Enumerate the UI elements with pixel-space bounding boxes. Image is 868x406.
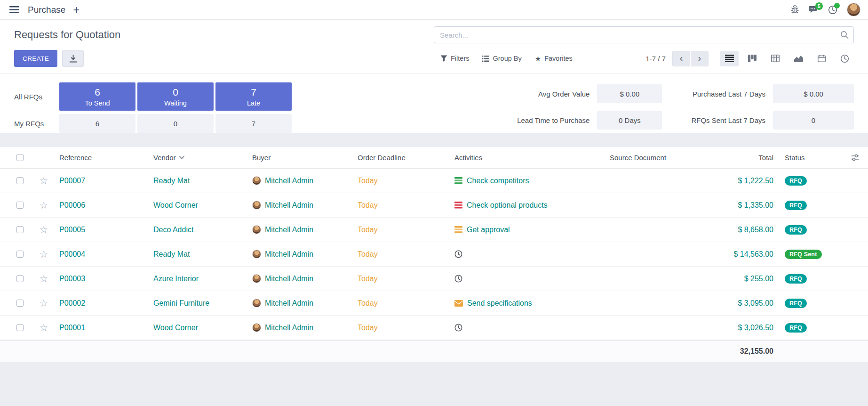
activity-envelope-icon[interactable] (454, 300, 463, 307)
activity-label[interactable]: Check optional products (467, 201, 548, 210)
favorite-star-icon[interactable]: ☆ (40, 176, 48, 186)
column-header-total[interactable]: Total (725, 154, 776, 162)
column-header-order-deadline[interactable]: Order Deadline (355, 154, 452, 162)
activity-tasks-icon[interactable] (454, 226, 462, 233)
status-badge: RFQ (785, 299, 807, 308)
apps-menu-icon[interactable] (8, 4, 21, 15)
buyer-link[interactable]: Mitchell Admin (265, 177, 313, 185)
vendor-link[interactable]: Deco Addict (153, 226, 193, 234)
pager-next-button[interactable]: › (691, 51, 709, 66)
table-row[interactable]: ☆ P00004 Ready Mat Mitchell Admin Today … (0, 242, 868, 267)
table-row[interactable]: ☆ P00006 Wood Corner Mitchell Admin Toda… (0, 193, 868, 218)
create-button[interactable]: CREATE (14, 50, 57, 67)
buyer-link[interactable]: Mitchell Admin (265, 299, 313, 308)
total-amount: $ 1,335.00 (738, 201, 773, 210)
total-amount: $ 8,658.00 (738, 226, 773, 234)
reference-link[interactable]: P00007 (59, 177, 85, 185)
table-row[interactable]: ☆ P00001 Wood Corner Mitchell Admin Toda… (0, 316, 868, 340)
table-row[interactable]: ☆ P00005 Deco Addict Mitchell Admin Toda… (0, 218, 868, 242)
buyer-link[interactable]: Mitchell Admin (265, 324, 313, 332)
vendor-link[interactable]: Ready Mat (153, 250, 190, 259)
tile-to-send[interactable]: 6 To Send (59, 82, 135, 111)
tile-late[interactable]: 7 Late (215, 82, 292, 111)
favorite-star-icon[interactable]: ☆ (40, 225, 48, 235)
my-waiting-count[interactable]: 0 (137, 114, 214, 133)
buyer-link[interactable]: Mitchell Admin (265, 201, 313, 210)
rfqs-sent-last-7-days: 0 (773, 111, 854, 130)
activity-label[interactable]: Check competitors (467, 177, 529, 185)
status-badge: RFQ (785, 176, 807, 186)
app-name[interactable]: Purchase (28, 5, 65, 15)
column-header-activities[interactable]: Activities (452, 154, 607, 162)
kanban-view-button[interactable] (743, 51, 762, 66)
vendor-link[interactable]: Wood Corner (153, 201, 198, 210)
favorites-button[interactable]: ★ Favorites (535, 55, 573, 62)
favorite-star-icon[interactable]: ☆ (40, 323, 48, 333)
messages-icon[interactable]: 5 (809, 6, 819, 14)
row-checkbox[interactable] (16, 177, 24, 184)
list-view-button[interactable] (720, 51, 739, 66)
reference-link[interactable]: P00005 (59, 226, 85, 234)
activity-tasks-icon[interactable] (454, 202, 462, 209)
buyer-link[interactable]: Mitchell Admin (265, 275, 313, 283)
my-to-send-count[interactable]: 6 (59, 114, 135, 133)
plus-icon[interactable]: + (73, 4, 80, 16)
activity-label[interactable]: Send specifications (467, 299, 532, 308)
activity-clock-icon[interactable] (454, 250, 462, 258)
column-header-source-document[interactable]: Source Document (607, 154, 725, 162)
table-row[interactable]: ☆ P00002 Gemini Furniture Mitchell Admin… (0, 291, 868, 316)
row-checkbox[interactable] (16, 202, 24, 209)
graph-view-button[interactable] (789, 51, 808, 66)
export-button[interactable] (62, 50, 84, 67)
table-footer-row: 32,155.00 (0, 340, 868, 362)
activity-clock-icon[interactable] (454, 275, 462, 283)
activity-clock-icon[interactable] (454, 324, 462, 332)
bug-icon[interactable] (790, 5, 799, 14)
table-row[interactable]: ☆ P00003 Azure Interior Mitchell Admin T… (0, 267, 868, 291)
status-badge: RFQ (785, 323, 807, 333)
user-avatar[interactable] (847, 3, 860, 16)
activity-tasks-icon[interactable] (454, 177, 462, 184)
vendor-link[interactable]: Azure Interior (153, 275, 199, 283)
row-checkbox[interactable] (16, 300, 24, 307)
buyer-link[interactable]: Mitchell Admin (265, 226, 313, 234)
export-icon (69, 55, 77, 63)
row-checkbox[interactable] (16, 324, 24, 331)
column-header-vendor[interactable]: Vendor (151, 154, 249, 162)
search-input[interactable] (434, 26, 854, 43)
reference-link[interactable]: P00004 (59, 250, 85, 259)
table-header-row: Reference Vendor Buyer Order Deadline Ac… (0, 147, 868, 169)
group-by-button[interactable]: Group By (482, 55, 521, 62)
navbar-left: Purchase + (8, 4, 80, 16)
column-header-buyer[interactable]: Buyer (249, 154, 355, 162)
column-header-reference[interactable]: Reference (56, 154, 151, 162)
tile-waiting[interactable]: 0 Waiting (137, 82, 214, 111)
calendar-view-button[interactable] (812, 51, 831, 66)
favorite-star-icon[interactable]: ☆ (40, 200, 48, 210)
row-checkbox[interactable] (16, 275, 24, 282)
activity-label[interactable]: Get approval (467, 226, 510, 234)
column-header-status[interactable]: Status (776, 154, 847, 162)
buyer-link[interactable]: Mitchell Admin (265, 250, 313, 259)
activities-clock-icon[interactable] (828, 5, 837, 15)
vendor-link[interactable]: Gemini Furniture (153, 299, 209, 308)
favorite-star-icon[interactable]: ☆ (40, 249, 48, 259)
row-checkbox[interactable] (16, 226, 24, 233)
optional-columns-button[interactable] (847, 154, 863, 161)
activity-view-button[interactable] (835, 51, 854, 66)
reference-link[interactable]: P00003 (59, 275, 85, 283)
vendor-link[interactable]: Ready Mat (153, 177, 190, 185)
pivot-view-button[interactable] (766, 51, 785, 66)
pager-previous-button[interactable]: ‹ (672, 51, 690, 66)
reference-link[interactable]: P00001 (59, 324, 85, 332)
filters-button[interactable]: Filters (440, 55, 469, 62)
favorite-star-icon[interactable]: ☆ (40, 298, 48, 308)
reference-link[interactable]: P00006 (59, 201, 85, 210)
favorite-star-icon[interactable]: ☆ (40, 274, 48, 284)
my-late-count[interactable]: 7 (215, 114, 292, 133)
reference-link[interactable]: P00002 (59, 299, 85, 308)
select-all-checkbox[interactable] (16, 154, 24, 161)
vendor-link[interactable]: Wood Corner (153, 324, 198, 332)
table-row[interactable]: ☆ P00007 Ready Mat Mitchell Admin Today … (0, 169, 868, 193)
row-checkbox[interactable] (16, 251, 24, 258)
